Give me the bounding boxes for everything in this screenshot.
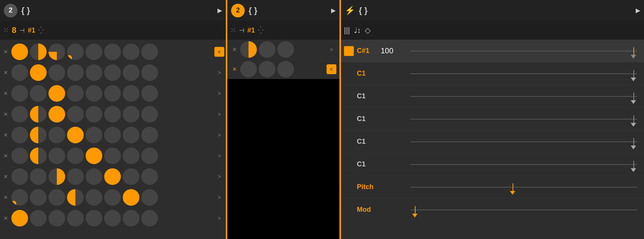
beat-circle[interactable] <box>86 64 102 81</box>
row-mute[interactable]: × <box>2 194 10 202</box>
middle-toolbar-dots[interactable]: ⁙ <box>230 26 236 34</box>
row-mute[interactable]: × <box>230 46 239 54</box>
row-arrow-button[interactable]: > <box>214 151 224 161</box>
row-mute[interactable]: × <box>2 90 10 98</box>
beat-circle[interactable] <box>11 106 28 123</box>
row-mute[interactable]: × <box>2 69 10 77</box>
beat-circle[interactable] <box>123 210 139 227</box>
left-icon-circle[interactable]: 2 <box>4 4 17 17</box>
diamond-icon[interactable]: ◇ <box>365 26 370 35</box>
beat-circle[interactable] <box>86 106 102 123</box>
left-toolbar-number[interactable]: 8 <box>12 25 16 35</box>
beat-circle[interactable] <box>48 168 65 185</box>
bars-icon[interactable]: ||| <box>344 26 350 35</box>
beat-circle[interactable] <box>123 189 139 206</box>
beat-circle[interactable] <box>11 189 28 206</box>
beat-circle[interactable] <box>48 147 65 164</box>
row-arrow-button[interactable]: > <box>214 68 224 78</box>
left-toolbar-dots[interactable]: ⁙ <box>3 26 9 34</box>
beat-circle[interactable] <box>123 127 139 143</box>
beat-circle[interactable] <box>11 127 28 143</box>
row-arrow-button[interactable]: > <box>214 213 224 223</box>
beat-circle[interactable] <box>123 106 139 123</box>
beat-circle[interactable] <box>104 147 121 164</box>
middle-toolbar-grid[interactable]: ⁛ <box>258 26 263 34</box>
beat-circle[interactable] <box>48 43 65 60</box>
beat-circle[interactable] <box>48 127 65 143</box>
beat-circle[interactable] <box>86 147 102 164</box>
note-slider[interactable] <box>410 141 637 142</box>
beat-circle[interactable] <box>104 85 121 102</box>
beat-circle[interactable] <box>48 189 65 206</box>
left-toolbar-hash[interactable]: #1 <box>28 26 35 34</box>
left-braces[interactable]: { } <box>21 6 30 16</box>
beat-circle[interactable] <box>67 85 84 102</box>
row-mute[interactable]: × <box>230 65 239 73</box>
note-slider[interactable] <box>410 96 637 97</box>
beat-circle[interactable] <box>104 106 121 123</box>
beat-circle[interactable] <box>67 106 84 123</box>
beat-circle[interactable] <box>86 168 102 185</box>
row-arrow-button[interactable]: > <box>214 109 224 119</box>
beat-circle[interactable] <box>240 41 257 58</box>
beat-circle[interactable] <box>141 168 158 185</box>
beat-circle[interactable] <box>259 61 275 78</box>
beat-circle[interactable] <box>30 210 47 227</box>
beat-circle[interactable] <box>48 106 65 123</box>
beat-circle[interactable] <box>104 43 121 60</box>
beat-circle[interactable] <box>104 127 121 143</box>
note-slider[interactable] <box>410 164 637 165</box>
beat-circle[interactable] <box>86 43 102 60</box>
beat-circle[interactable] <box>67 64 84 81</box>
row-arrow-button[interactable]: < <box>214 47 224 57</box>
beat-circle[interactable] <box>67 210 84 227</box>
pitch-slider[interactable] <box>410 187 637 188</box>
beat-circle[interactable] <box>123 147 139 164</box>
beat-circle[interactable] <box>277 41 294 58</box>
row-mute[interactable]: × <box>2 48 10 56</box>
row-mute[interactable]: × <box>2 173 10 181</box>
row-arrow-button[interactable]: > <box>327 45 336 54</box>
beat-circle[interactable] <box>104 64 121 81</box>
note-slider[interactable] <box>410 119 637 120</box>
row-arrow-button[interactable]: > <box>214 192 224 202</box>
middle-play-button[interactable]: ▶ <box>331 7 336 14</box>
beat-circle[interactable] <box>67 189 84 206</box>
row-mute[interactable]: × <box>2 152 10 160</box>
beat-circle[interactable] <box>259 41 275 58</box>
right-braces[interactable]: { } <box>359 6 367 16</box>
beat-circle[interactable] <box>86 189 102 206</box>
right-play-button[interactable]: ▶ <box>636 7 640 14</box>
beat-circle[interactable] <box>30 64 47 81</box>
beat-circle[interactable] <box>11 64 28 81</box>
beat-circle[interactable] <box>141 106 158 123</box>
beat-circle[interactable] <box>30 168 47 185</box>
middle-braces[interactable]: { } <box>249 6 257 16</box>
beat-circle[interactable] <box>104 168 121 185</box>
beat-circle[interactable] <box>67 147 84 164</box>
beat-circle[interactable] <box>11 85 28 102</box>
beat-circle[interactable] <box>141 147 158 164</box>
row-arrow-button[interactable]: < <box>327 64 336 74</box>
beat-circle[interactable] <box>30 106 47 123</box>
beat-circle[interactable] <box>141 189 158 206</box>
beat-circle[interactable] <box>141 85 158 102</box>
beat-circle[interactable] <box>11 210 28 227</box>
beat-circle[interactable] <box>67 127 84 143</box>
note-slider[interactable] <box>410 51 637 51</box>
beat-circle[interactable] <box>30 189 47 206</box>
beat-circle[interactable] <box>11 168 28 185</box>
beat-circle[interactable] <box>277 61 294 78</box>
note-slider[interactable] <box>410 73 637 74</box>
beat-circle[interactable] <box>104 189 121 206</box>
row-arrow-button[interactable]: > <box>214 88 224 98</box>
beat-circle[interactable] <box>30 43 47 60</box>
beat-circle[interactable] <box>30 127 47 143</box>
beat-circle[interactable] <box>123 64 139 81</box>
left-toolbar-grid[interactable]: ⁛ <box>38 26 44 34</box>
beat-circle[interactable] <box>86 85 102 102</box>
beat-circle[interactable] <box>123 168 139 185</box>
row-arrow-button[interactable]: > <box>214 172 224 182</box>
row-arrow-button[interactable]: > <box>214 130 224 140</box>
beat-circle[interactable] <box>240 61 257 78</box>
